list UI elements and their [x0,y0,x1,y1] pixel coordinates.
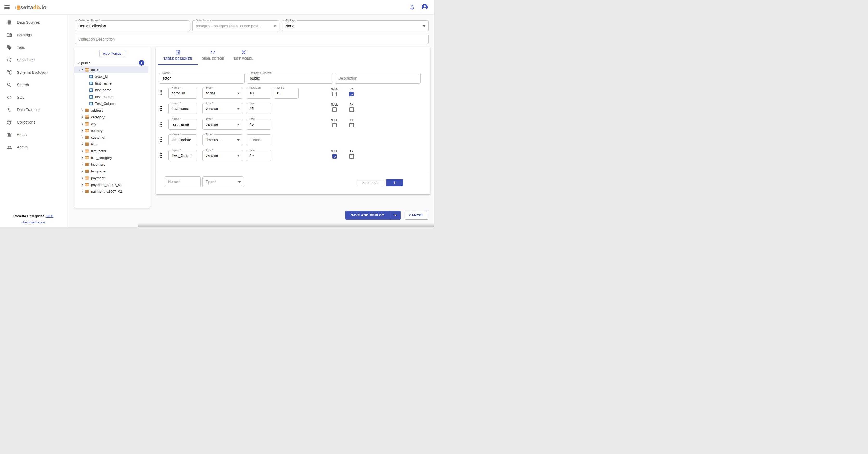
column-type-select[interactable] [203,119,243,129]
documentation-link[interactable]: Documentation [22,220,45,224]
size-field[interactable]: Size [246,103,271,114]
tree-row-test-column[interactable]: Test_Column [74,100,150,107]
tree-row-first-name[interactable]: first_name [74,80,150,87]
new-column-name-field[interactable] [164,176,201,187]
tree-row-actor-id[interactable]: actor_id [74,73,150,80]
tree-row-payment-p2007-01[interactable]: payment_p2007_01 [74,181,150,188]
sidebar-item-search[interactable]: Search [0,79,67,91]
null-checkbox[interactable] [332,92,337,96]
column-name-input[interactable] [168,150,196,161]
user-avatar[interactable] [421,4,428,11]
save-and-deploy-button[interactable]: SAVE AND DEPLOY [345,211,401,220]
chevron-right-icon[interactable] [81,136,83,139]
collection-description-field[interactable] [75,35,429,44]
git-repo-select[interactable] [282,21,428,31]
tree-row-payment[interactable]: payment [74,175,150,181]
precision-field[interactable]: Precision [246,88,271,98]
save-and-deploy-label[interactable]: SAVE AND DEPLOY [345,211,390,220]
tree-row-address[interactable]: address [74,107,150,114]
tree-row-category[interactable]: category [74,114,150,120]
tab-dbt-model[interactable]: DBT MODEL [228,47,259,65]
tree-row-language[interactable]: language [74,168,150,175]
column-name-input[interactable] [168,119,196,129]
size-input[interactable] [246,103,271,114]
dataset-schema-field[interactable]: Dataset / Schema [247,73,333,84]
pk-checkbox[interactable] [349,108,354,112]
column-type-select[interactable] [203,135,243,145]
sidebar-item-schema-evolution[interactable]: Schema Evolution [0,66,67,79]
tab-table-designer[interactable]: TABLE DESIGNER [158,47,198,65]
tree-row-payment-p2007-02[interactable]: payment_p2007_02 [74,188,150,195]
chevron-right-icon[interactable] [81,143,83,145]
column-type-field[interactable]: Type * [202,119,243,130]
chevron-right-icon[interactable] [81,122,83,125]
sidebar-item-schedules[interactable]: Schedules [0,54,67,66]
table-description-input[interactable] [335,73,421,84]
null-checkbox[interactable] [332,154,337,159]
pk-checkbox[interactable] [349,92,354,96]
pk-checkbox[interactable] [349,123,354,127]
tree-row-customer[interactable]: customer [74,134,150,141]
tree-row-country[interactable]: country [74,127,150,134]
tree-row-film-category[interactable]: film_category [74,154,150,161]
column-type-field[interactable]: Type * [202,88,243,98]
new-column-type-select[interactable] [203,177,244,187]
column-name-field[interactable]: Name * [168,134,197,145]
sidebar-item-collections[interactable]: Collections [0,116,67,128]
tree-row-film[interactable]: film [74,141,150,147]
tree-row-film-actor[interactable]: film_actor [74,147,150,154]
scale-input[interactable] [274,88,298,98]
chevron-down-icon[interactable] [81,68,83,71]
size-input[interactable] [246,119,271,129]
tree-row-actor[interactable]: actor [74,66,149,73]
format-field[interactable] [246,134,271,145]
cancel-button[interactable]: CANCEL [405,211,428,220]
column-type-select[interactable] [203,103,243,114]
table-name-field[interactable]: Name * [159,73,245,84]
tree-row-city[interactable]: city [74,120,150,127]
column-name-field[interactable]: Name * [168,119,197,130]
chevron-right-icon[interactable] [81,116,83,118]
new-column-name-input[interactable] [165,177,200,187]
scale-field[interactable]: Scale [274,88,299,98]
add-column-button[interactable]: + [386,179,403,186]
chevron-down-icon[interactable] [77,61,80,64]
notifications-bell-icon[interactable] [409,4,415,10]
new-column-type-field[interactable] [202,176,244,187]
add-test-button[interactable]: ADD TEST [357,179,383,186]
tree-row-last-update[interactable]: last_update [74,93,150,100]
null-checkbox[interactable] [332,123,337,127]
column-type-select[interactable] [203,150,243,161]
column-type-select[interactable] [203,88,243,98]
size-input[interactable] [246,150,271,161]
table-name-input[interactable] [159,73,244,84]
tab-dbml-editor[interactable]: DBML EDITOR [198,47,228,65]
chevron-right-icon[interactable] [81,163,83,165]
column-name-input[interactable] [168,103,196,114]
sidebar-item-sql[interactable]: SQL [0,91,67,103]
dataset-schema-input[interactable] [247,73,333,84]
add-schema-table-button[interactable]: + [139,60,144,65]
column-type-field[interactable]: Type * [202,103,243,114]
data-source-select[interactable] [193,21,279,31]
column-name-field[interactable]: Name * [168,103,197,114]
sidebar-item-data-transfer[interactable]: Data Transfer [0,103,67,116]
collection-description-input[interactable] [75,35,428,44]
chevron-right-icon[interactable] [81,129,83,132]
add-table-button[interactable]: ADD TABLE [99,50,125,57]
drag-handle-icon[interactable] [159,105,163,112]
chevron-right-icon[interactable] [81,150,83,152]
column-name-input[interactable] [168,88,196,98]
table-description-field[interactable] [335,73,421,84]
chevron-right-icon[interactable] [81,109,83,112]
collection-name-field[interactable]: Collection Name * [75,20,190,31]
menu-icon[interactable] [4,5,10,9]
drag-handle-icon[interactable] [159,137,163,143]
precision-input[interactable] [246,88,271,98]
sidebar-item-alerts[interactable]: Alerts [0,128,67,141]
sidebar-item-tags[interactable]: Tags [0,41,67,54]
sidebar-item-data-sources[interactable]: Data Sources [0,16,67,29]
save-options-dropdown[interactable] [390,211,401,220]
format-input[interactable] [246,135,271,145]
chevron-right-icon[interactable] [81,177,83,179]
